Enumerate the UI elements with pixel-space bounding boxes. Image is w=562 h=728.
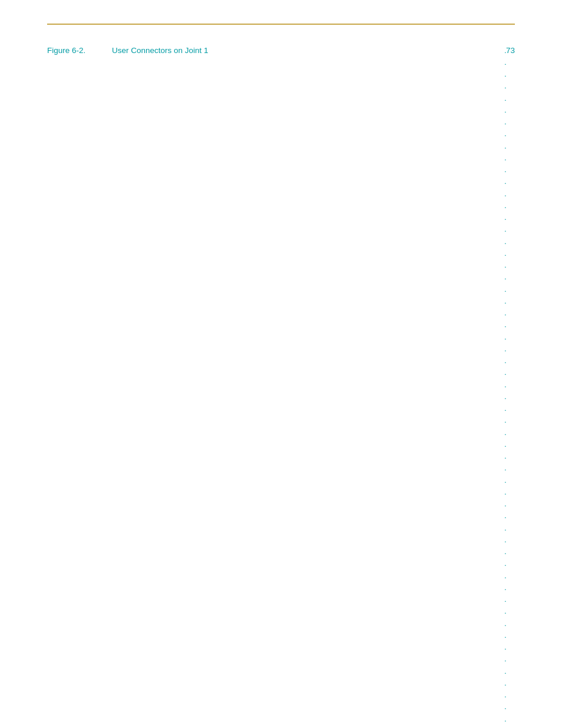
figure-label-0[interactable]: Figure 6-2. xyxy=(47,42,112,728)
top-border xyxy=(47,24,515,25)
figure-title-0: User Connectors on Joint 1 xyxy=(112,45,503,57)
figure-title-cell-0: User Connectors on Joint 1 . . . . . . .… xyxy=(112,42,515,728)
figure-page-0: 73 xyxy=(506,45,515,57)
figure-dots-0: . . . . . . . . . . . . . . . . . . . . … xyxy=(503,45,506,729)
toc-table: Figure 6-2.User Connectors on Joint 1 . … xyxy=(47,42,515,728)
